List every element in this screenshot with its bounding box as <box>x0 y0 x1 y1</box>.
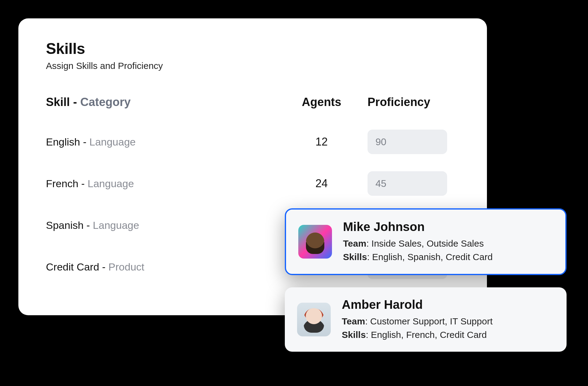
skill-name: Spanish <box>46 219 84 231</box>
agents-count: 24 <box>282 177 361 190</box>
proficiency-input[interactable] <box>368 171 447 196</box>
agent-skills-line: Skills: English, French, Credit Card <box>342 328 554 342</box>
agent-skills: English, Spanish, Credit Card <box>372 252 493 262</box>
table-row: French - Language 24 <box>46 163 459 204</box>
skill-cell: English - Language <box>46 136 276 148</box>
avatar <box>297 303 331 336</box>
skill-name: French <box>46 178 78 189</box>
agents-count: 12 <box>282 135 361 148</box>
agent-info: Amber Harold Team: Customer Support, IT … <box>342 298 554 341</box>
col-skill-label: Skill <box>46 96 70 108</box>
team-label: Team <box>342 316 365 326</box>
agent-team: Customer Support, IT Support <box>370 316 493 326</box>
agent-name: Mike Johnson <box>343 220 553 234</box>
skill-name: English <box>46 136 80 148</box>
skills-label: Skills <box>342 330 366 340</box>
agent-skills: English, French, Credit Card <box>371 330 487 340</box>
col-agents: Agents <box>282 96 361 109</box>
proficiency-input[interactable] <box>368 130 447 154</box>
table-header: Skill - Category Agents Proficiency <box>46 96 459 109</box>
skills-label: Skills <box>343 252 367 262</box>
skill-category: Product <box>108 261 144 273</box>
agent-cards: Mike Johnson Team: Inside Sales, Outside… <box>285 208 567 364</box>
agent-team-line: Team: Inside Sales, Outside Sales <box>343 237 553 250</box>
skill-category: Language <box>89 136 136 148</box>
col-sep: - <box>70 96 80 108</box>
agent-name: Amber Harold <box>342 298 554 312</box>
col-skill-category: Skill - Category <box>46 96 276 109</box>
agent-skills-line: Skills: English, Spanish, Credit Card <box>343 250 553 264</box>
col-category-label: Category <box>80 96 131 108</box>
team-label: Team <box>343 238 366 248</box>
page-subtitle: Assign Skills and Proficiency <box>46 61 459 71</box>
avatar <box>298 225 332 259</box>
skill-cell: Spanish - Language <box>46 219 276 231</box>
agent-card[interactable]: Amber Harold Team: Customer Support, IT … <box>285 287 567 352</box>
skill-name: Credit Card <box>46 261 99 273</box>
agent-info: Mike Johnson Team: Inside Sales, Outside… <box>343 220 553 263</box>
col-proficiency: Proficiency <box>368 96 459 109</box>
page-title: Skills <box>46 40 459 58</box>
agent-card[interactable]: Mike Johnson Team: Inside Sales, Outside… <box>285 208 567 275</box>
skill-cell: French - Language <box>46 178 276 190</box>
skill-cell: Credit Card - Product <box>46 261 276 273</box>
agent-team-line: Team: Customer Support, IT Support <box>342 315 554 328</box>
skill-category: Language <box>93 219 139 231</box>
agent-team: Inside Sales, Outside Sales <box>371 238 484 248</box>
skill-category: Language <box>88 178 134 189</box>
table-row: English - Language 12 <box>46 121 459 163</box>
